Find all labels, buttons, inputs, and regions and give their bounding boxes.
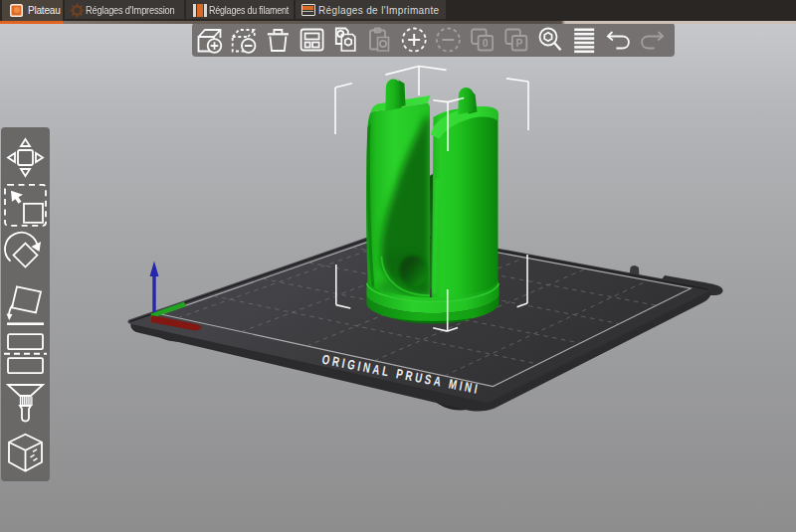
svg-text:P: P (515, 37, 522, 49)
svg-text:0: 0 (483, 37, 489, 49)
